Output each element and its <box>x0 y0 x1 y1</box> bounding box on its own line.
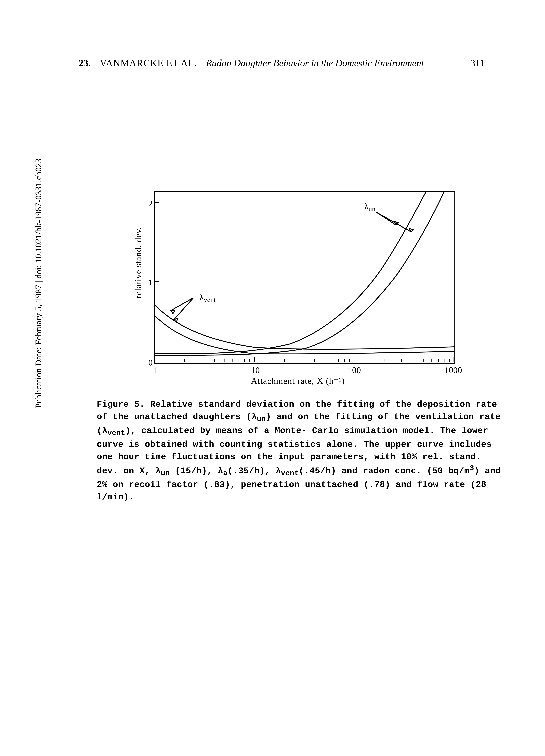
x-tick-mark <box>454 357 454 362</box>
x-tick-mark <box>232 359 233 362</box>
page: Publication Date: February 5, 1987 | doi… <box>0 0 545 756</box>
x-tick-mark <box>202 359 202 362</box>
x-tick-mark <box>244 359 245 362</box>
cap-sub-vent2: vent <box>281 469 299 477</box>
x-tick-mark <box>184 359 185 362</box>
lambda-un-sub: un <box>368 205 376 213</box>
x-tick-mark <box>338 359 339 362</box>
x-tick-mark <box>284 359 285 362</box>
side-citation: Publication Date: February 5, 1987 | doi… <box>33 159 43 408</box>
cap-sup-3: 3 <box>470 464 474 473</box>
x-tick-mark <box>314 359 315 362</box>
x-tick-mark <box>444 359 444 362</box>
x-tick-mark <box>423 359 424 362</box>
chart-curves <box>154 191 454 363</box>
ytick-1: 1 <box>144 277 153 287</box>
x-tick-mark <box>324 359 324 362</box>
x-tick-mark <box>349 359 350 362</box>
x-tick-mark <box>384 359 384 362</box>
chart: 0 1 2 1 10 100 1000 relative stand. dev.… <box>127 187 460 386</box>
x-tick-mark <box>449 359 450 362</box>
cap-sub-un1: un <box>257 415 266 423</box>
x-tick-mark <box>302 359 302 362</box>
authors: VANMARCKE ET AL. <box>100 57 197 69</box>
curve-lambda-un-lower <box>154 191 444 355</box>
curve-lambda-un-upper <box>154 191 426 354</box>
ytick-2: 2 <box>144 198 153 209</box>
arrowhead-vent-1 <box>171 310 175 314</box>
ytick-0: 0 <box>144 357 153 368</box>
xtick-1: 1 <box>154 365 158 375</box>
cap-sub-vent1: vent <box>107 429 125 437</box>
lambda-vent-sub: vent <box>204 296 216 303</box>
x-tick-mark <box>414 359 414 362</box>
pointer-lambda-vent <box>171 298 194 320</box>
cap-p4: (15/h), λ <box>170 466 223 476</box>
x-tick-mark <box>344 359 345 362</box>
label-lambda-un: λun <box>364 202 376 213</box>
x-tick-mark <box>431 359 432 362</box>
xtick-100: 100 <box>348 365 361 375</box>
x-tick-mark <box>438 359 439 362</box>
chapter-number: 23. <box>79 57 91 69</box>
page-footer: In Radon and Its Decay Products; Hopke, … <box>0 753 545 756</box>
figure-caption: Figure 5. Relative standard deviation on… <box>97 398 502 503</box>
footer-line-1: In Radon and Its Decay Products; Hopke, … <box>0 753 545 756</box>
x-axis-label: Attachment rate, X (h⁻¹) <box>251 376 345 386</box>
lambda-vent-text: λ <box>200 293 204 302</box>
running-title: Radon Daughter Behavior in the Domestic … <box>206 57 461 69</box>
x-tick-mark <box>254 357 255 362</box>
label-lambda-vent: λvent <box>200 292 216 304</box>
x-tick-mark <box>354 357 354 362</box>
lambda-un-text: λ <box>364 202 368 211</box>
cap-p6: (.45/h) and radon conc. (50 bq/m <box>299 466 470 476</box>
running-head: 23. VANMARCKE ET AL. Radon Daughter Beha… <box>79 57 485 69</box>
x-tick-mark <box>239 359 239 362</box>
x-tick-mark <box>154 357 155 362</box>
x-tick-mark <box>332 359 332 362</box>
pointer-lambda-un <box>376 212 411 232</box>
x-tick-mark <box>401 359 402 362</box>
y-axis-label: relative stand. dev. <box>133 227 143 298</box>
x-tick-mark <box>249 359 250 362</box>
xtick-1000: 1000 <box>444 365 462 375</box>
x-tick-mark <box>224 359 225 362</box>
cap-sub-a: a <box>223 469 228 477</box>
page-number: 311 <box>470 57 485 69</box>
cap-sub-un2: un <box>161 469 170 477</box>
xtick-10: 10 <box>251 365 260 375</box>
cap-p5: (.35/h), λ <box>228 466 281 476</box>
figure: 0 1 2 1 10 100 1000 relative stand. dev.… <box>97 187 460 503</box>
x-tick-mark <box>214 359 215 362</box>
